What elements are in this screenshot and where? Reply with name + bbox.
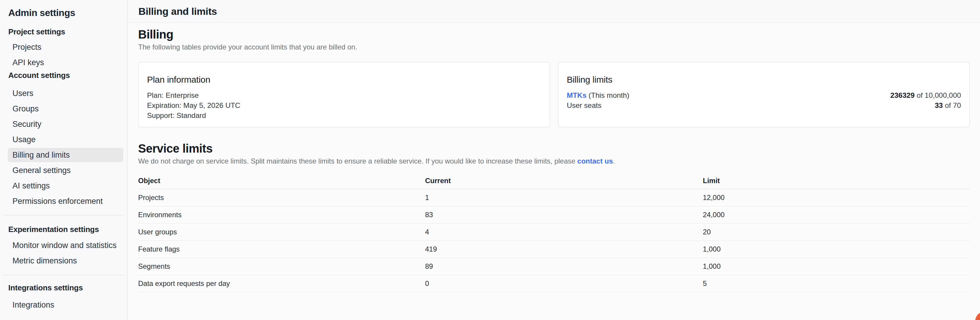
plan-information-body: Plan: EnterpriseExpiration: May 5, 2026 …	[147, 90, 541, 120]
plan-information-line: Expiration: May 5, 2026 UTC	[147, 100, 541, 111]
service-limits-description-period: .	[613, 157, 615, 165]
billing-limit-row: MTKs (This month) 236329 of 10,000,000	[567, 90, 961, 100]
billing-limit-label: MTKs (This month)	[567, 90, 629, 100]
cell-current: 419	[425, 245, 703, 253]
service-limits-title: Service limits	[138, 142, 970, 155]
sidebar-item-label: Metric dimensions	[13, 256, 77, 266]
sidebar-item[interactable]: Monitor window and statistics	[8, 238, 123, 252]
sidebar-item[interactable]: API keys	[8, 55, 123, 70]
column-header-object: Object	[138, 177, 425, 185]
cell-current: 89	[425, 262, 703, 271]
contact-us-link[interactable]: contact us	[578, 157, 613, 165]
sidebar-item[interactable]: Permissions enforcement	[8, 194, 123, 208]
sidebar-item-label: Projects	[13, 43, 41, 52]
billing-limit-value: 236329 of 10,000,000	[891, 90, 961, 100]
cell-limit: 5	[703, 279, 970, 288]
sidebar-item-label: General settings	[13, 166, 71, 175]
sidebar-items: Integrations	[0, 298, 127, 312]
billing-limits-title: Billing limits	[567, 74, 961, 85]
plan-information-line: Support: Standard	[147, 111, 541, 120]
billing-cards-row: Plan information Plan: EnterpriseExpirat…	[138, 62, 970, 127]
cell-object: Projects	[138, 193, 425, 202]
billing-limit-value-max: of 70	[943, 101, 961, 109]
table-row: Data export requests per day 0 5	[138, 275, 970, 292]
sidebar-item[interactable]: Groups	[8, 101, 123, 116]
sidebar-section-heading: Project settings	[8, 27, 127, 36]
billing-limit-value: 33 of 70	[935, 100, 961, 111]
sidebar-item[interactable]: Users	[8, 86, 123, 100]
cell-limit: 20	[703, 228, 970, 236]
billing-limit-row: User seats 33 of 70	[567, 100, 961, 111]
cell-current: 1	[425, 193, 703, 202]
table-row: Projects 1 12,000	[138, 189, 970, 206]
billing-limit-label-text: (This month)	[587, 91, 629, 99]
cell-limit: 24,000	[703, 211, 970, 219]
column-header-current: Current	[425, 177, 703, 185]
sidebar-item[interactable]: General settings	[8, 163, 123, 177]
sidebar-section-integrations-settings: Integrations settings Integrations	[0, 283, 127, 312]
sidebar-item[interactable]: Security	[8, 117, 123, 131]
table-row: Segments 89 1,000	[138, 258, 970, 275]
plan-information-card: Plan information Plan: EnterpriseExpirat…	[138, 62, 550, 127]
service-limits-description-text: We do not charge on service limits. Spli…	[138, 157, 578, 165]
table-body: Projects 1 12,000 Environments 83 24,000…	[138, 189, 970, 292]
sidebar-item-label: Monitor window and statistics	[13, 241, 116, 250]
billing-limit-value-current: 236329	[891, 91, 915, 99]
billing-limit-label: User seats	[567, 100, 601, 111]
sidebar-section-heading: Experimentation settings	[8, 225, 127, 234]
sidebar-section-account-settings: Account settings UsersGroupsSecurityUsag…	[0, 71, 127, 208]
sidebar-item[interactable]: Integrations	[8, 298, 123, 312]
cell-limit: 1,000	[703, 262, 970, 271]
cell-object: Environments	[138, 211, 425, 219]
sidebar-item[interactable]: Usage	[8, 132, 123, 147]
cell-object: Feature flags	[138, 245, 425, 253]
sidebar-item-label: Users	[13, 89, 33, 98]
sidebar-item-label: Billing and limits	[13, 150, 70, 160]
sidebar-item-label: Usage	[13, 135, 36, 144]
cell-object: Data export requests per day	[138, 279, 425, 288]
cell-current: 0	[425, 279, 703, 288]
sidebar-item-label: Groups	[13, 104, 39, 114]
sidebar-item-label: Permissions enforcement	[13, 197, 103, 206]
sidebar-section-heading: Integrations settings	[8, 283, 127, 292]
table-row: User groups 4 20	[138, 224, 970, 241]
sidebar-items: Monitor window and statisticsMetric dime…	[0, 238, 127, 268]
sidebar-title: Admin settings	[8, 7, 127, 18]
sidebar-item-label: Security	[13, 120, 41, 129]
billing-limit-value-current: 33	[935, 101, 943, 109]
sidebar-items: UsersGroupsSecurityUsageBilling and limi…	[0, 86, 127, 208]
plan-information-line: Plan: Enterprise	[147, 90, 541, 100]
sidebar-item[interactable]: AI settings	[8, 179, 123, 193]
cell-current: 4	[425, 228, 703, 236]
billing-limit-label-text: User seats	[567, 101, 601, 109]
cell-limit: 12,000	[703, 193, 970, 202]
sidebar-divider	[3, 275, 123, 275]
service-limits-description: We do not charge on service limits. Spli…	[138, 157, 970, 166]
page-header: Billing and limits	[128, 0, 980, 23]
main-content: Billing The following tables provide you…	[128, 24, 980, 320]
service-limits-table: Object Current Limit Projects 1 12,000 E…	[138, 173, 970, 292]
admin-sidebar: Admin settings Project settings Projects…	[0, 0, 128, 320]
sidebar-item-label: AI settings	[13, 181, 50, 190]
billing-limits-body: MTKs (This month) 236329 of 10,000,000 U…	[567, 90, 961, 111]
sidebar-section-project-settings: Project settings ProjectsAPI keys	[0, 27, 127, 70]
table-header-row: Object Current Limit	[138, 173, 970, 189]
sidebar-item[interactable]: Billing and limits	[8, 148, 123, 162]
mtks-link[interactable]: MTKs	[567, 91, 587, 99]
cell-current: 83	[425, 211, 703, 219]
sidebar-section-heading: Account settings	[8, 71, 127, 80]
table-row: Environments 83 24,000	[138, 206, 970, 224]
sidebar-item[interactable]: Projects	[8, 40, 123, 54]
sidebar-items: ProjectsAPI keys	[0, 40, 127, 70]
billing-limit-value-max: of 10,000,000	[915, 91, 961, 99]
page-title: Billing and limits	[138, 6, 217, 17]
sidebar-item-label: Integrations	[13, 301, 54, 310]
table-row: Feature flags 419 1,000	[138, 241, 970, 258]
sidebar-divider	[3, 215, 123, 215]
billing-section-description: The following tables provide your accoun…	[138, 43, 970, 52]
sidebar-item-label: API keys	[13, 58, 44, 67]
sidebar-item[interactable]: Metric dimensions	[8, 253, 123, 268]
billing-section-title: Billing	[138, 28, 970, 41]
cell-object: Segments	[138, 262, 425, 271]
cell-limit: 1,000	[703, 245, 970, 253]
